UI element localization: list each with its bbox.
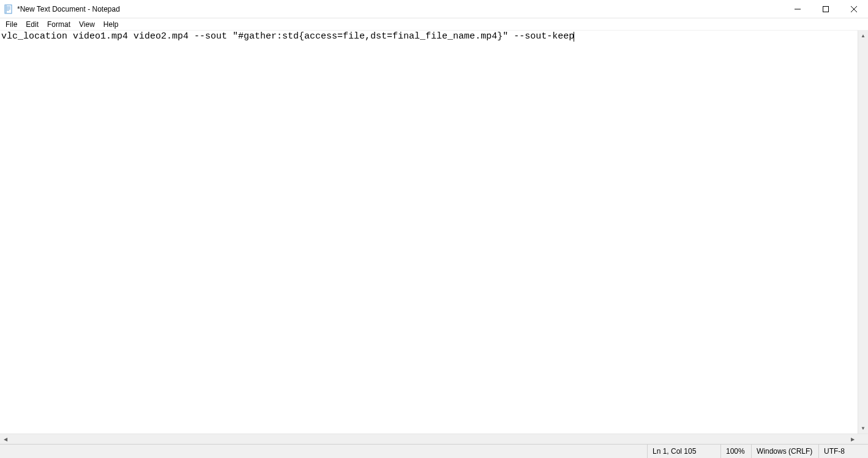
scroll-down-arrow-icon[interactable]: ▼: [858, 423, 868, 434]
horizontal-scrollbar[interactable]: ◀ ▶: [0, 434, 858, 444]
menu-edit[interactable]: Edit: [21, 19, 43, 30]
svg-point-9: [6, 11, 6, 12]
notepad-icon: [4, 4, 13, 14]
editor-text: vlc_location video1.mp4 video2.mp4 --sou…: [1, 31, 574, 42]
scroll-up-arrow-icon[interactable]: ▲: [858, 31, 868, 41]
statusbar: Ln 1, Col 105 100% Windows (CRLF) UTF-8: [0, 444, 868, 458]
svg-point-7: [6, 7, 6, 8]
scroll-right-arrow-icon[interactable]: ▶: [847, 434, 858, 445]
titlebar: *New Text Document - Notepad: [0, 0, 868, 18]
status-zoom: 100%: [721, 445, 752, 458]
status-line-ending: Windows (CRLF): [752, 445, 819, 458]
status-cursor-position: Ln 1, Col 105: [648, 445, 721, 458]
horizontal-scroll-row: ◀ ▶: [0, 434, 868, 444]
svg-point-6: [6, 6, 6, 6]
menu-file[interactable]: File: [1, 19, 21, 30]
editor-area: vlc_location video1.mp4 video2.mp4 --sou…: [0, 31, 868, 434]
status-encoding: UTF-8: [819, 445, 868, 458]
status-spacer: [0, 445, 648, 458]
vertical-scrollbar[interactable]: ▲ ▼: [858, 31, 868, 434]
window-controls: [784, 0, 868, 18]
text-caret: [574, 32, 574, 42]
maximize-button[interactable]: [812, 0, 840, 18]
menu-format[interactable]: Format: [43, 19, 75, 30]
menubar: File Edit Format View Help: [0, 18, 868, 31]
scroll-track-horizontal[interactable]: [10, 434, 847, 444]
close-button[interactable]: [840, 0, 868, 18]
scroll-track-vertical[interactable]: [858, 41, 868, 423]
menu-help[interactable]: Help: [99, 19, 123, 30]
minimize-button[interactable]: [784, 0, 812, 18]
window-title: *New Text Document - Notepad: [17, 5, 784, 13]
svg-rect-11: [823, 7, 829, 12]
menu-view[interactable]: View: [75, 19, 99, 30]
scroll-corner: [858, 434, 868, 445]
scroll-left-arrow-icon[interactable]: ◀: [0, 434, 10, 445]
svg-point-8: [6, 9, 6, 10]
text-editor[interactable]: vlc_location video1.mp4 video2.mp4 --sou…: [0, 31, 858, 434]
